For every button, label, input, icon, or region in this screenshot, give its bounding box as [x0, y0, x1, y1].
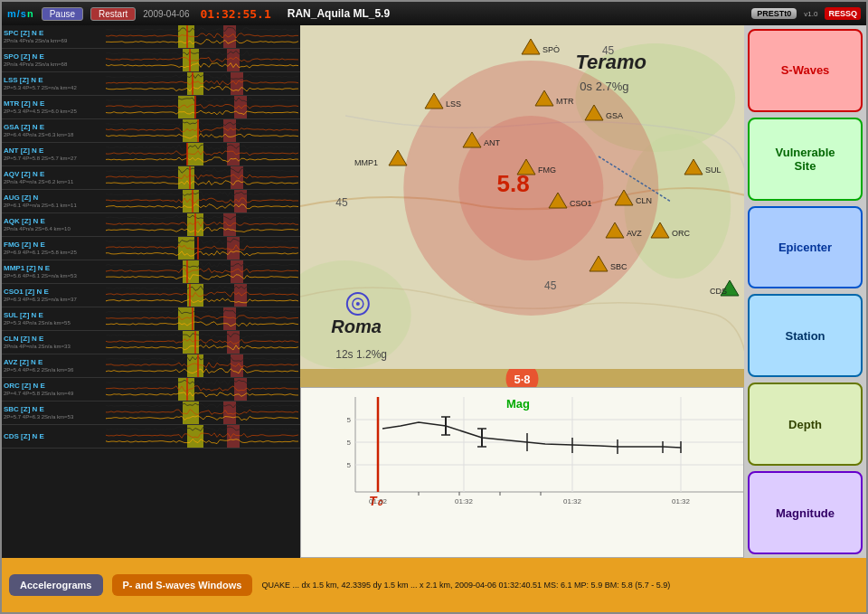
svg-rect-34 [234, 284, 247, 307]
accel-label: AUG [Z] N2P=6.1 4P=n/a 2S=6.1 km=11 [2, 194, 106, 209]
bottom-bar: Accelerograms P- and S-waves Windows QUA… [2, 558, 866, 612]
accel-chart [106, 119, 300, 142]
epicenter-legend: Epicenter [748, 206, 863, 289]
svg-text:LSS: LSS [446, 99, 461, 109]
svg-rect-42 [187, 354, 203, 377]
accel-chart [106, 284, 300, 307]
restart-button[interactable]: Restart [90, 7, 136, 21]
accel-label: GSA [Z] N E2P=6.4 4Pn/a 2S=6.3 km=18 [2, 123, 106, 138]
accel-chart [106, 72, 300, 95]
accelerograms-label: Accelerograms [9, 574, 103, 596]
pwave-label: P- and S-waves Windows [112, 574, 253, 596]
accel-label: CLN [Z] N E2Pn/a 4P=n/a 2Sn/a km=33 [2, 335, 106, 350]
svg-text:ANT: ANT [484, 138, 501, 147]
accel-chart [106, 331, 300, 354]
accel-label: SPC [Z] N E2Pn/a 4Pn/a 2Sn/a km=69 [2, 29, 106, 44]
svg-text:GSA: GSA [606, 111, 623, 120]
accel-label: AVZ [Z] N E2P=5.4 4P=6.2 2Sn/a km=36 [2, 358, 106, 373]
accel-row: AQV [Z] N E2Pn/a 4P=n/a 2S=6.2 km=11 [2, 166, 300, 190]
svg-text:ORC: ORC [672, 229, 691, 238]
accel-chart [106, 166, 300, 189]
station-legend: Station [748, 294, 863, 377]
accel-chart [106, 425, 300, 448]
accel-chart [106, 143, 300, 165]
svg-rect-30 [183, 260, 199, 283]
depth-legend: Depth [748, 383, 863, 466]
time-display: 01:32:55.1 [200, 7, 270, 21]
svg-text:Roma: Roma [331, 316, 382, 336]
bottom-info-text: QUAKE ... dx 1.5 km, 42.3395 dy 1.5 km .… [261, 581, 859, 590]
accel-row: AQK [Z] N E2Pn/a 4Pn/a 2S=6.4 km=10 [2, 213, 300, 237]
accel-chart [106, 378, 300, 401]
version-label: v1.0 [804, 10, 817, 18]
accel-chart [106, 307, 300, 330]
svg-text:MTR: MTR [556, 97, 574, 106]
svg-rect-51 [227, 425, 240, 448]
accel-row: GSA [Z] N E2P=6.4 4Pn/a 2S=6.3 km=18 [2, 119, 300, 143]
accel-chart [106, 190, 300, 213]
svg-rect-18 [178, 166, 194, 189]
accel-row: CDS [Z] N E [2, 425, 300, 449]
accel-row: FMG [Z] N E2P=6.9 4P=6.1 2S=5.8 km=25 [2, 237, 300, 260]
accel-label: CDS [Z] N E [2, 432, 106, 441]
accel-chart [106, 25, 300, 48]
accel-label: CSO1 [Z] N E2P=6.3 4P=6.3 2S=n/a km=37 [2, 288, 106, 303]
legend-panel: S-Waves Vulnerable Site Epicenter Statio… [744, 25, 866, 558]
svg-text:CDS: CDS [710, 287, 727, 296]
svg-rect-7 [231, 72, 243, 95]
map-svg: Teramo 0s 2.7%g Roma 12s 1.2%g 5.8 SPÒ L… [300, 25, 744, 387]
svg-text:5: 5 [347, 439, 352, 447]
accel-row: MTR [Z] N E2P=5.3 4P=4.5 2S=6.0 km=25 [2, 96, 300, 119]
accel-chart [106, 49, 300, 71]
svg-text:MMP1: MMP1 [354, 158, 378, 167]
accel-label: AQV [Z] N E2Pn/a 4P=n/a 2S=6.2 km=11 [2, 170, 106, 185]
svg-text:CLN: CLN [636, 196, 652, 205]
accel-row: SUL [Z] N E2P=5.3 4Pn/a 2Sn/a km=55 [2, 307, 300, 331]
svg-text:45: 45 [544, 279, 557, 292]
svg-rect-101 [301, 388, 743, 557]
accel-chart [106, 213, 300, 236]
accel-row: CLN [Z] N E2Pn/a 4P=n/a 2Sn/a km=33 [2, 331, 300, 354]
map-area: Teramo 0s 2.7%g Roma 12s 1.2%g 5.8 SPÒ L… [300, 25, 744, 387]
accel-row: SPO [Z] N E2Pn/a 4Pn/a 2Sn/a km=68 [2, 49, 300, 72]
magnitude-chart: T₀ Mag 5 5 5 01:32 01:32 01:32 [300, 387, 744, 558]
accel-label: ORC [Z] N E2P=4.7 4P=5.8 2Sn/a km=49 [2, 382, 106, 397]
presto-logo: PRESTt0 [751, 8, 797, 19]
app-container: m/sn Pause Restart 2009-04-06 01:32:55.1… [0, 0, 868, 614]
svg-text:01:32: 01:32 [455, 497, 474, 505]
accel-row: SPC [Z] N E2Pn/a 4Pn/a 2Sn/a km=69 [2, 25, 300, 49]
accel-row: CSO1 [Z] N E2P=6.3 4P=6.3 2S=n/a km=37 [2, 284, 300, 307]
accel-label: SPO [Z] N E2Pn/a 4Pn/a 2Sn/a km=68 [2, 52, 106, 68]
station-label: RAN_Aquila ML_5.9 [288, 7, 390, 20]
accel-label: SUL [Z] N E2P=5.3 4Pn/a 2Sn/a km=55 [2, 311, 106, 326]
svg-text:SBC: SBC [610, 262, 627, 271]
date-label: 2009-04-06 [143, 9, 189, 19]
accel-label: SBC [Z] N E2P=5.7 4P=6.3 2Sn/a km=53 [2, 405, 106, 420]
svg-point-64 [356, 302, 360, 306]
svg-text:CSO1: CSO1 [570, 199, 592, 208]
svg-text:12s 1.2%g: 12s 1.2%g [335, 348, 387, 361]
toolbar: m/sn Pause Restart 2009-04-06 01:32:55.1… [2, 2, 866, 25]
accel-label: MTR [Z] N E2P=5.3 4P=4.5 2S=6.0 km=25 [2, 99, 106, 115]
accel-chart [106, 354, 300, 377]
svg-rect-45 [178, 378, 194, 401]
accel-row: AVZ [Z] N E2P=5.4 4P=6.2 2Sn/a km=36 [2, 354, 300, 378]
accel-label: AQK [Z] N E2Pn/a 4Pn/a 2S=6.4 km=10 [2, 217, 106, 232]
svg-point-57 [458, 116, 603, 260]
svg-text:01:32: 01:32 [563, 497, 582, 505]
svg-text:SUL: SUL [705, 165, 722, 175]
svg-text:Mag: Mag [506, 397, 530, 411]
accel-label: FMG [Z] N E2P=6.9 4P=6.1 2S=5.8 km=25 [2, 241, 106, 256]
depth-bar: 5·8 [300, 369, 744, 389]
accel-chart [106, 260, 300, 283]
svg-text:0s 2.7%g: 0s 2.7%g [580, 80, 628, 93]
accel-row: ANT [Z] N E2P=5.7 4P=5.8 2S=5.7 km=27 [2, 143, 300, 166]
accel-chart [106, 96, 300, 118]
svg-text:5: 5 [347, 416, 352, 424]
svg-text:45: 45 [335, 196, 348, 209]
s-waves-legend: S-Waves [748, 29, 863, 112]
pause-button[interactable]: Pause [42, 7, 83, 21]
accel-label: MMP1 [Z] N E2P=5.6 4P=6.1 2S=n/a km=53 [2, 264, 106, 279]
accel-label: LSS [Z] N E2P=5.3 4P=5.7 2S=n/a km=42 [2, 76, 106, 91]
app-logo: m/sn [7, 8, 34, 19]
